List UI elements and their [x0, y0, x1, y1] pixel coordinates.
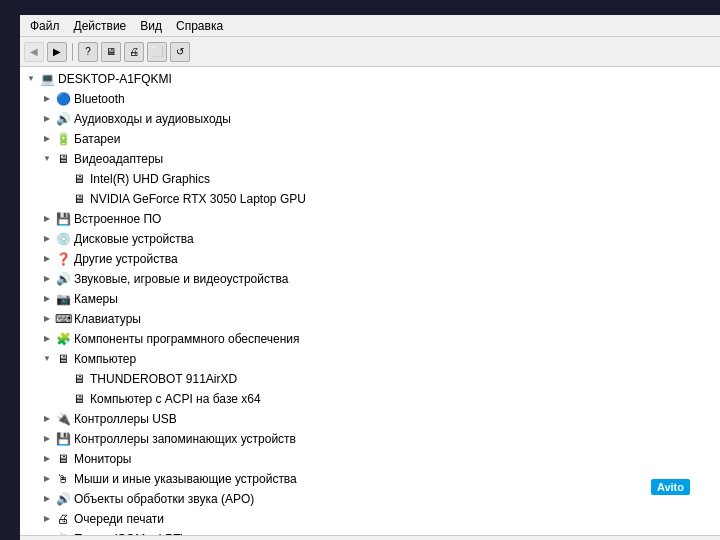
- menu-item-действие[interactable]: Действие: [68, 18, 133, 34]
- tree-item-label: Компьютер с ACPI на базе x64: [90, 390, 261, 408]
- toolbar-props-btn[interactable]: ⬜: [147, 42, 167, 62]
- menu-item-справка[interactable]: Справка: [170, 18, 229, 34]
- tree-item[interactable]: ▶🔌Контроллеры USB: [20, 409, 720, 429]
- expand-btn[interactable]: ▶: [40, 332, 54, 346]
- tree-item[interactable]: ▶🔊Звуковые, игровые и видеоустройства: [20, 269, 720, 289]
- avito-badge: Avito: [651, 479, 690, 495]
- expand-btn[interactable]: ▶: [40, 252, 54, 266]
- tree-item[interactable]: ▶🔋Батареи: [20, 129, 720, 149]
- tree-item-label: Аудиовходы и аудиовыходы: [74, 110, 231, 128]
- tree-item[interactable]: ▶⌨Клавиатуры: [20, 309, 720, 329]
- tree-item[interactable]: 🖥NVIDIA GeForce RTX 3050 Laptop GPU: [20, 189, 720, 209]
- expand-btn[interactable]: ▼: [40, 352, 54, 366]
- tree-item-label: Видеоадаптеры: [74, 150, 163, 168]
- expand-btn[interactable]: ▶: [40, 472, 54, 486]
- toolbar-back-btn[interactable]: ◀: [24, 42, 44, 62]
- tree-item[interactable]: ▶🔊Аудиовходы и аудиовыходы: [20, 109, 720, 129]
- photo-frame: ФайлДействиеВидСправка ◀▶?🖥🖨⬜↺ ▼💻DESKTOP…: [0, 0, 720, 540]
- device-icon: 🖥: [55, 451, 71, 467]
- tree-item[interactable]: ▶💾Встроенное ПО: [20, 209, 720, 229]
- toolbar-question-btn[interactable]: ?: [78, 42, 98, 62]
- tree-item-label: Камеры: [74, 290, 118, 308]
- toolbar: ◀▶?🖥🖨⬜↺: [20, 37, 720, 67]
- tree-item-label: Intel(R) UHD Graphics: [90, 170, 210, 188]
- tree-item[interactable]: ▶🖨Очереди печати: [20, 509, 720, 529]
- device-icon: 💻: [39, 71, 55, 87]
- expand-btn[interactable]: ▶: [40, 492, 54, 506]
- toolbar-separator-1: [72, 43, 73, 61]
- expand-btn[interactable]: ▶: [40, 132, 54, 146]
- device-manager-window: ФайлДействиеВидСправка ◀▶?🖥🖨⬜↺ ▼💻DESKTOP…: [20, 15, 720, 540]
- tree-item-label: Очереди печати: [74, 510, 164, 528]
- expand-btn[interactable]: ▶: [40, 432, 54, 446]
- expand-placeholder: [56, 192, 70, 206]
- tree-item-label: Контроллеры USB: [74, 410, 177, 428]
- device-icon: 🖥: [55, 351, 71, 367]
- tree-item-label: Встроенное ПО: [74, 210, 161, 228]
- device-icon: 🔊: [55, 111, 71, 127]
- device-icon: 🧩: [55, 331, 71, 347]
- tree-item[interactable]: ▼🖥Компьютер: [20, 349, 720, 369]
- statusbar: [20, 535, 720, 540]
- menu-item-вид[interactable]: Вид: [134, 18, 168, 34]
- device-icon: 💾: [55, 211, 71, 227]
- tree-item-label: Мониторы: [74, 450, 131, 468]
- tree-item-label: Объекты обработки звука (APO): [74, 490, 254, 508]
- tree-item[interactable]: ▶🖥Мониторы: [20, 449, 720, 469]
- expand-btn[interactable]: ▶: [40, 272, 54, 286]
- expand-btn[interactable]: ▶: [40, 452, 54, 466]
- tree-item-label: DESKTOP-A1FQKMI: [58, 70, 172, 88]
- tree-item[interactable]: ▼💻DESKTOP-A1FQKMI: [20, 69, 720, 89]
- tree-item[interactable]: ▶🔊Объекты обработки звука (APO): [20, 489, 720, 509]
- device-icon: 🖥: [71, 391, 87, 407]
- expand-btn[interactable]: ▶: [40, 112, 54, 126]
- toolbar-monitor-btn[interactable]: 🖥: [101, 42, 121, 62]
- tree-item-label: Мыши и иные указывающие устройства: [74, 470, 297, 488]
- tree-item-label: NVIDIA GeForce RTX 3050 Laptop GPU: [90, 190, 306, 208]
- device-icon: 🖥: [71, 371, 87, 387]
- expand-btn[interactable]: ▶: [40, 232, 54, 246]
- device-tree[interactable]: ▼💻DESKTOP-A1FQKMI▶🔵Bluetooth▶🔊Аудиовходы…: [20, 67, 720, 535]
- device-icon: 💿: [55, 231, 71, 247]
- tree-item-label: Дисковые устройства: [74, 230, 194, 248]
- tree-item-label: Батареи: [74, 130, 120, 148]
- expand-btn[interactable]: ▼: [40, 152, 54, 166]
- tree-item[interactable]: 🖥Intel(R) UHD Graphics: [20, 169, 720, 189]
- tree-item[interactable]: ▶💾Контроллеры запоминающих устройств: [20, 429, 720, 449]
- device-icon: 📷: [55, 291, 71, 307]
- device-icon: 🔵: [55, 91, 71, 107]
- tree-item-label: Компьютер: [74, 350, 136, 368]
- expand-btn[interactable]: ▶: [40, 292, 54, 306]
- tree-item[interactable]: ▶🔵Bluetooth: [20, 89, 720, 109]
- device-icon: 🖱: [55, 471, 71, 487]
- tree-item[interactable]: ▶💿Дисковые устройства: [20, 229, 720, 249]
- tree-item[interactable]: ▶🖱Мыши и иные указывающие устройства: [20, 469, 720, 489]
- tree-item-label: Компоненты программного обеспечения: [74, 330, 300, 348]
- expand-btn[interactable]: ▶: [40, 412, 54, 426]
- tree-item[interactable]: ▶🧩Компоненты программного обеспечения: [20, 329, 720, 349]
- device-icon: 🖨: [55, 511, 71, 527]
- tree-item-label: Клавиатуры: [74, 310, 141, 328]
- tree-item[interactable]: 🖥THUNDEROBOT 911AirXD: [20, 369, 720, 389]
- device-icon: ⌨: [55, 311, 71, 327]
- toolbar-print-btn[interactable]: 🖨: [124, 42, 144, 62]
- expand-btn[interactable]: ▶: [40, 212, 54, 226]
- expand-placeholder: [56, 392, 70, 406]
- device-icon: 🔋: [55, 131, 71, 147]
- tree-item[interactable]: ▶❓Другие устройства: [20, 249, 720, 269]
- menubar: ФайлДействиеВидСправка: [20, 15, 720, 37]
- expand-btn[interactable]: ▶: [40, 92, 54, 106]
- expand-placeholder: [56, 372, 70, 386]
- device-icon: 🖥: [55, 151, 71, 167]
- expand-btn[interactable]: ▶: [40, 312, 54, 326]
- tree-item[interactable]: ▶📷Камеры: [20, 289, 720, 309]
- menu-item-файл[interactable]: Файл: [24, 18, 66, 34]
- expand-btn[interactable]: ▶: [40, 512, 54, 526]
- device-icon: 🔊: [55, 271, 71, 287]
- tree-item[interactable]: ▼🖥Видеоадаптеры: [20, 149, 720, 169]
- toolbar-refresh-btn[interactable]: ↺: [170, 42, 190, 62]
- tree-item[interactable]: 🖥Компьютер с ACPI на базе x64: [20, 389, 720, 409]
- toolbar-forward-btn[interactable]: ▶: [47, 42, 67, 62]
- expand-btn[interactable]: ▼: [24, 72, 38, 86]
- device-icon: 🖥: [71, 171, 87, 187]
